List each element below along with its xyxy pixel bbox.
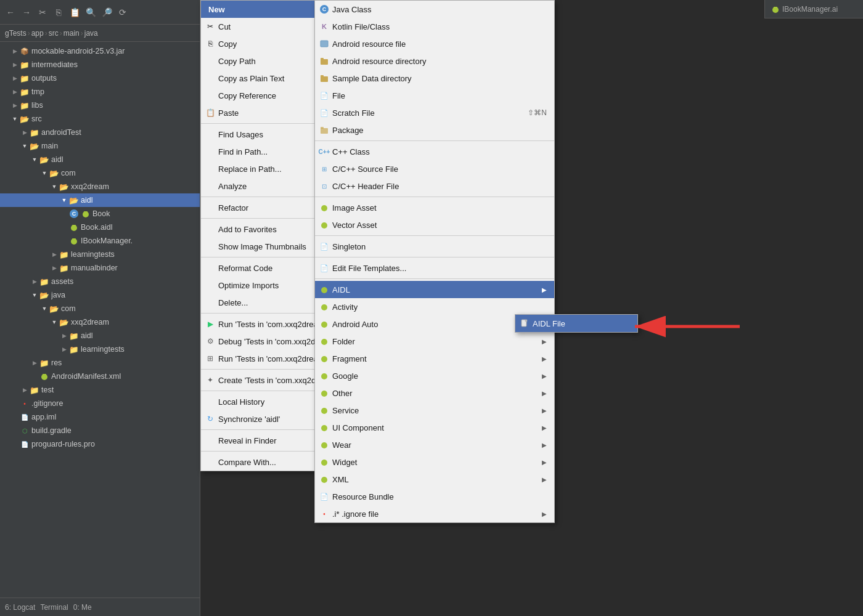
back-button[interactable]: ← bbox=[4, 6, 17, 19]
menu-item-resource-bundle[interactable]: 📄 Resource Bundle bbox=[315, 488, 554, 505]
submenu-arrow: ▶ bbox=[530, 390, 547, 397]
menu-item-cpp-source[interactable]: ⊞ C/C++ Source File bbox=[315, 160, 554, 177]
menu-item-java-class[interactable]: C Java Class bbox=[315, 1, 554, 18]
menu-item-google[interactable]: Google ▶ bbox=[315, 367, 554, 384]
menu-item-other[interactable]: Other ▶ bbox=[315, 384, 554, 402]
menu-item-xml[interactable]: XML ▶ bbox=[315, 471, 554, 488]
tree-arrow: ▼ bbox=[20, 139, 30, 153]
tree-item-aidl3[interactable]: ▶ 📁 aidl bbox=[0, 329, 200, 342]
tree-item-outputs[interactable]: ▶ 📁 outputs bbox=[0, 71, 200, 85]
copy-button[interactable]: ⎘ bbox=[52, 6, 65, 19]
tree-item-manualbinder[interactable]: ▶ 📁 manualbinder bbox=[0, 261, 200, 275]
tree-item-appiml[interactable]: ▶ 📄 app.iml bbox=[0, 410, 200, 424]
menu-item-file[interactable]: 📄 File bbox=[315, 87, 554, 104]
tree-item-res[interactable]: ▶ 📁 res bbox=[0, 356, 200, 370]
terminal-tab[interactable]: Terminal bbox=[40, 603, 68, 612]
tree-item-xxq2dream2[interactable]: ▼ 📂 xxq2dream bbox=[0, 315, 200, 329]
tree-item-assets[interactable]: ▶ 📁 assets bbox=[0, 275, 200, 288]
forward-button[interactable]: → bbox=[20, 6, 33, 19]
tree-item-libs[interactable]: ▶ 📁 libs bbox=[0, 99, 200, 112]
folder-icon: 📁 bbox=[20, 100, 30, 110]
svg-point-26 bbox=[321, 408, 327, 414]
logcat-tab[interactable]: 6: Logcat bbox=[5, 603, 35, 612]
menu-item-aidl-file[interactable]: AIDL File bbox=[515, 315, 637, 332]
breadcrumb-java[interactable]: java bbox=[84, 29, 98, 38]
tree-item-com2[interactable]: ▼ 📂 com bbox=[0, 302, 200, 315]
menu-item-activity[interactable]: Activity bbox=[315, 298, 554, 315]
tree-item-book-java[interactable]: C Book bbox=[0, 207, 200, 221]
editor-tab[interactable]: IBookManager.ai bbox=[764, 0, 863, 18]
menu-item-wear[interactable]: Wear ▶ bbox=[315, 436, 554, 453]
menu-item-cpp-class[interactable]: C++ C++ Class bbox=[315, 143, 554, 160]
menu-item-cpp-header[interactable]: ⊡ C/C++ Header File bbox=[315, 177, 554, 195]
svg-point-19 bbox=[321, 287, 327, 293]
menu-item-aidl[interactable]: AIDL ▶ bbox=[315, 281, 554, 298]
menu-item-edit-templates[interactable]: 📄 Edit File Templates... bbox=[315, 259, 554, 277]
folder-icon: 📂 bbox=[39, 290, 49, 300]
tree-label: app.iml bbox=[31, 413, 197, 421]
tree-label: xxq2dream bbox=[71, 182, 197, 191]
menu-item-package[interactable]: Package bbox=[315, 121, 554, 139]
tree-item-main[interactable]: ▼ 📂 main bbox=[0, 139, 200, 153]
cut-button[interactable]: ✂ bbox=[36, 6, 49, 19]
menu-item-ignore-file[interactable]: • .i* .ignore file ▶ bbox=[315, 505, 554, 522]
tree-item-learningtests2[interactable]: ▶ 📁 learningtests bbox=[0, 342, 200, 356]
tree-item-src[interactable]: ▼ 📂 src bbox=[0, 112, 200, 126]
breadcrumb-src[interactable]: src bbox=[49, 29, 59, 38]
tree-item-ibookmanager[interactable]: IBookManager. bbox=[0, 234, 200, 248]
menu-item-scratch-file[interactable]: 📄 Scratch File ⇧⌘N bbox=[315, 104, 554, 121]
tree-item-gitignore[interactable]: ▶ • .gitignore bbox=[0, 397, 200, 410]
menu-label: AIDL File bbox=[533, 319, 565, 328]
menu-label: Image Asset bbox=[332, 203, 377, 213]
breadcrumb-main[interactable]: main bbox=[63, 29, 80, 38]
menu-item-folder[interactable]: Folder ▶ bbox=[315, 333, 554, 350]
tree-item-mockable[interactable]: ▶ 📦 mockable-android-25.v3.jar bbox=[0, 44, 200, 58]
copy-icon: ⎘ bbox=[205, 38, 216, 49]
menu-item-widget[interactable]: Widget ▶ bbox=[315, 453, 554, 471]
tree-item-aidl-main[interactable]: ▼ 📂 aidl bbox=[0, 153, 200, 166]
zoom-out-button[interactable]: 🔍 bbox=[84, 6, 97, 19]
menu-item-android-res-file[interactable]: Android resource file bbox=[315, 35, 554, 52]
folder-icon: 📂 bbox=[69, 195, 79, 205]
menu-item-ui-component[interactable]: UI Component ▶ bbox=[315, 419, 554, 436]
refresh-button[interactable]: ⟳ bbox=[116, 6, 129, 19]
menu-label: C++ Class bbox=[332, 147, 370, 156]
breadcrumb-app[interactable]: app bbox=[31, 29, 44, 38]
tree-label: main bbox=[41, 142, 197, 150]
tree-label: proguard-rules.pro bbox=[31, 440, 197, 448]
menu-item-sample-data[interactable]: Sample Data directory bbox=[315, 70, 554, 87]
menu-label: Copy as Plain Text bbox=[218, 74, 284, 83]
menu-item-android-res-dir[interactable]: Android resource directory bbox=[315, 52, 554, 70]
android-ic-icon bbox=[319, 474, 330, 485]
paste-button[interactable]: 📋 bbox=[68, 6, 81, 19]
menu-item-kotlin-class[interactable]: K Kotlin File/Class bbox=[315, 18, 554, 35]
breadcrumb-gtests[interactable]: gTests bbox=[5, 29, 27, 38]
tree-item-learningtests1[interactable]: ▶ 📁 learningtests bbox=[0, 248, 200, 261]
tree-item-aidl-selected[interactable]: ▼ 📂 aidl bbox=[0, 193, 200, 207]
tree-item-buildgradle[interactable]: ▶ ⬡ build.gradle bbox=[0, 424, 200, 437]
tree-item-androidmanifest[interactable]: ▶ AndroidManifest.xml bbox=[0, 370, 200, 383]
tree-item-com1[interactable]: ▼ 📂 com bbox=[0, 166, 200, 180]
menu-item-service[interactable]: Service ▶ bbox=[315, 402, 554, 419]
zoom-in-button[interactable]: 🔎 bbox=[100, 6, 113, 19]
tree-item-androidtest[interactable]: ▶ 📁 androidTest bbox=[0, 126, 200, 139]
tree-item-tmp[interactable]: ▶ 📁 tmp bbox=[0, 85, 200, 99]
menu-separator bbox=[315, 235, 554, 236]
tree-item-book-aidl[interactable]: Book.aidl bbox=[0, 221, 200, 234]
messages-tab[interactable]: 0: Me bbox=[73, 603, 92, 612]
menu-title-label: New bbox=[208, 5, 225, 14]
menu-item-fragment[interactable]: Fragment ▶ bbox=[315, 350, 554, 367]
tree-item-proguard[interactable]: ▶ 📄 proguard-rules.pro bbox=[0, 437, 200, 451]
menu-item-singleton[interactable]: 📄 Singleton bbox=[315, 238, 554, 255]
menu-label: Synchronize 'aidl' bbox=[218, 415, 280, 424]
tree-item-xxq2dream1[interactable]: ▼ 📂 xxq2dream bbox=[0, 180, 200, 193]
svg-point-23 bbox=[321, 356, 327, 362]
tree-item-test[interactable]: ▶ 📁 test bbox=[0, 383, 200, 397]
menu-item-image-asset[interactable]: Image Asset bbox=[315, 199, 554, 216]
svg-rect-9 bbox=[774, 7, 777, 10]
debug-icon: ⚙ bbox=[205, 336, 216, 347]
tree-item-java[interactable]: ▼ 📂 java bbox=[0, 288, 200, 302]
folder-icon: 📁 bbox=[20, 87, 30, 97]
tree-item-intermediates[interactable]: ▶ 📁 intermediates bbox=[0, 58, 200, 71]
menu-item-vector-asset[interactable]: Vector Asset bbox=[315, 216, 554, 233]
